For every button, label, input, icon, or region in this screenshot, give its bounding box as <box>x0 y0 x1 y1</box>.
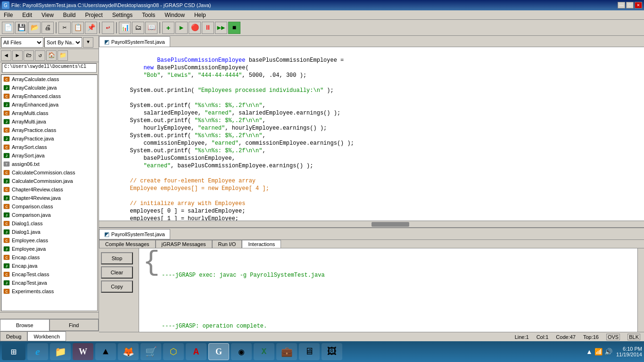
menu-tools[interactable]: Tools <box>140 12 157 18</box>
file-list-hscroll[interactable] <box>0 312 99 319</box>
list-item[interactable]: JCalculateCommission.java <box>1 177 97 185</box>
app13-taskbar[interactable]: 🖼 <box>322 343 342 360</box>
ie-taskbar-app[interactable]: e <box>27 343 48 360</box>
clear-button[interactable]: Clear <box>101 266 133 279</box>
menu-file[interactable]: File <box>2 12 15 18</box>
word-taskbar-app[interactable]: W <box>73 343 93 360</box>
list-item[interactable]: Tassign06.txt <box>1 160 97 168</box>
workbench-tab[interactable]: Workbench <box>27 331 66 341</box>
menu-help[interactable]: Help <box>192 12 208 18</box>
firefox-taskbar-app[interactable]: 🦊 <box>118 343 139 360</box>
compile-messages-tab[interactable]: Compile Messages <box>99 240 156 248</box>
list-item[interactable]: CArrayEnhanced.class <box>1 92 97 100</box>
code-content[interactable]: BasePlusCommissionEmployee basePlusCommi… <box>99 47 644 221</box>
list-item[interactable]: JEncap.java <box>1 262 97 270</box>
bottom-panel-tabs: Compile Messages jGRASP Messages Run I/O… <box>99 240 644 248</box>
svg-text:J: J <box>6 281 8 285</box>
editor-file-tab[interactable]: ◩ PayrollSystemTest.java <box>99 36 170 47</box>
txt-icon: T <box>3 161 10 167</box>
open-button[interactable]: 📂 <box>28 22 41 34</box>
app11-taskbar[interactable]: 💼 <box>276 343 297 360</box>
forward-button[interactable]: ▶ <box>12 50 23 61</box>
folder-new-button[interactable]: 📁 <box>58 50 68 61</box>
print-button[interactable]: 🖨 <box>41 22 54 34</box>
copy-button[interactable]: Copy <box>101 280 133 293</box>
undo-button[interactable]: ↩ <box>102 22 114 34</box>
copy-toolbar-button[interactable]: 📋 <box>72 22 84 34</box>
app12-taskbar[interactable]: 🖥 <box>299 343 320 360</box>
list-item[interactable]: JArraySort.java <box>1 151 97 160</box>
list-item[interactable]: JComparison.java <box>1 211 97 219</box>
green-button[interactable]: ■ <box>228 22 240 34</box>
list-item[interactable]: CEncapTest.class <box>1 270 97 279</box>
list-item[interactable]: CArrayMulti.class <box>1 109 97 117</box>
find-tab[interactable]: Find <box>50 319 99 331</box>
debug-tab[interactable]: Debug <box>0 331 27 341</box>
svg-text:J: J <box>6 214 8 217</box>
list-item[interactable]: CChapter4Review.class <box>1 185 97 194</box>
list-item[interactable]: CExperiments.class <box>1 287 97 296</box>
chrome-taskbar-app[interactable]: ◉ <box>231 343 252 360</box>
jgrasp-taskbar-app[interactable]: G <box>208 343 229 360</box>
list-item[interactable]: CComparison.class <box>1 202 97 211</box>
bottom-file-tab[interactable]: ◩ PayrollSystemTest.java <box>99 229 170 239</box>
menu-build[interactable]: Build <box>61 12 78 18</box>
left-panel: All Files Sort By Na... ▼ ◀ ▶ 🗁 ↺ 🏠 📁 C:… <box>0 36 99 331</box>
cut-button[interactable]: ✂ <box>58 22 71 34</box>
close-button[interactable]: ✕ <box>635 2 642 8</box>
minimize-button[interactable]: — <box>618 2 625 8</box>
run-button[interactable]: ▶ <box>175 22 188 34</box>
gen-uml-button[interactable]: 🗂 <box>132 22 144 34</box>
list-item[interactable]: JChapter4Review.java <box>1 194 97 202</box>
list-item[interactable]: JEncapTest.java <box>1 279 97 287</box>
compile-button[interactable]: ✚ <box>162 22 174 34</box>
save-button[interactable]: 💾 <box>15 22 27 34</box>
menu-edit[interactable]: Edit <box>20 12 34 18</box>
list-item[interactable]: CArrayCalculate.class <box>1 75 97 83</box>
list-item[interactable]: JArrayEnhanced.java <box>1 100 97 109</box>
refresh-button[interactable]: ↺ <box>35 50 45 61</box>
menu-window[interactable]: Window <box>163 12 187 18</box>
interactions-tab[interactable]: Interactions <box>242 240 281 248</box>
home-button[interactable]: 🏠 <box>46 50 57 61</box>
app7-taskbar[interactable]: ⬡ <box>163 343 184 360</box>
build-button[interactable]: ▶▶ <box>215 22 227 34</box>
stop-toolbar-button[interactable]: ⏸ <box>202 22 214 34</box>
jgrasp-messages-tab[interactable]: jGRASP Messages <box>156 240 212 248</box>
list-item[interactable]: JArrayPractice.java <box>1 134 97 143</box>
list-item[interactable]: JEmployee.java <box>1 245 97 253</box>
api-button[interactable]: 📖 <box>145 22 157 34</box>
menu-settings[interactable]: Settings <box>110 12 134 18</box>
back-button[interactable]: ◀ <box>1 50 11 61</box>
maximize-button[interactable]: □ <box>626 2 634 8</box>
filter-btn[interactable]: ▼ <box>83 37 93 48</box>
gdrive-taskbar-app[interactable]: ▲ <box>95 343 116 360</box>
list-item[interactable]: CEmployee.class <box>1 236 97 245</box>
list-item[interactable]: CCalculateCommission.class <box>1 168 97 177</box>
file-explorer-taskbar-app[interactable]: 📁 <box>50 343 71 360</box>
menu-project[interactable]: Project <box>83 12 105 18</box>
paste-button[interactable]: 📌 <box>85 22 97 34</box>
run-io-tab[interactable]: Run I/O <box>212 240 242 248</box>
list-item[interactable]: CArraySort.class <box>1 143 97 151</box>
list-item[interactable]: CEncap.class <box>1 253 97 262</box>
gen-cfg-button[interactable]: 📊 <box>119 22 131 34</box>
editor-hscroll[interactable] <box>99 221 644 227</box>
menu-view[interactable]: View <box>40 12 56 18</box>
list-item[interactable]: JArrayMulti.java <box>1 117 97 126</box>
list-item[interactable]: CDialog1.class <box>1 219 97 228</box>
file-sort-select[interactable]: Sort By Na... <box>44 37 82 48</box>
app8-taskbar[interactable]: A <box>186 343 206 360</box>
new-button[interactable]: 📄 <box>2 22 14 34</box>
start-button[interactable]: ⊞ <box>2 343 25 360</box>
debug-run-button[interactable]: 🔴 <box>189 22 201 34</box>
file-filter-select[interactable]: All Files <box>1 37 43 48</box>
stop-button[interactable]: Stop <box>101 252 133 264</box>
browse-tab[interactable]: Browse <box>0 319 50 331</box>
excel-taskbar-app[interactable]: X <box>254 343 274 360</box>
app6-taskbar[interactable]: 🛒 <box>140 343 161 360</box>
list-item[interactable]: JArrayCalculate.java <box>1 83 97 92</box>
up-button[interactable]: 🗁 <box>24 50 34 61</box>
list-item[interactable]: CArrayPractice.class <box>1 126 97 134</box>
list-item[interactable]: JDialog1.java <box>1 228 97 236</box>
